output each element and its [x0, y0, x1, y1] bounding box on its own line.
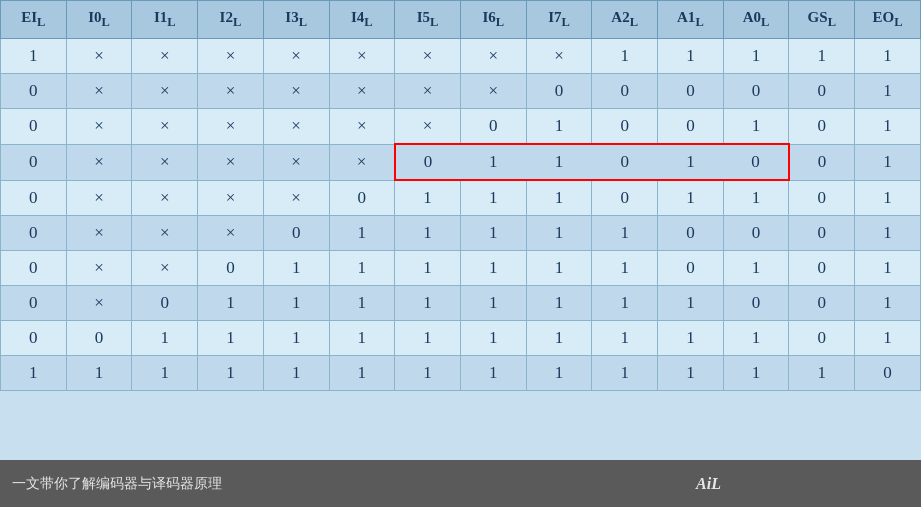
table-cell: 1 [263, 356, 329, 391]
table-cell: 1 [132, 356, 198, 391]
table-row: 0×××0111110001 [1, 216, 921, 251]
table-cell: 1 [329, 216, 395, 251]
col-header-0: EIL [1, 1, 67, 39]
table-cell: 0 [132, 286, 198, 321]
table-cell: 1 [329, 321, 395, 356]
table-cell: 1 [526, 251, 592, 286]
table-cell: 1 [855, 251, 921, 286]
table-cell: × [132, 180, 198, 216]
table-cell: × [395, 109, 461, 145]
table-cell: 0 [1, 144, 67, 180]
table-cell: 1 [198, 286, 264, 321]
col-header-9: A2L [592, 1, 658, 39]
table-cell: 1 [658, 39, 724, 74]
table-cell: × [198, 109, 264, 145]
table-cell: × [263, 180, 329, 216]
table-cell: 1 [855, 286, 921, 321]
table-cell: 1 [198, 321, 264, 356]
table-cell: 0 [789, 321, 855, 356]
table-cell: 1 [460, 251, 526, 286]
table-cell: 1 [723, 180, 789, 216]
table-cell: × [198, 180, 264, 216]
table-cell: 0 [789, 216, 855, 251]
col-header-10: A1L [658, 1, 724, 39]
table-cell: 1 [723, 109, 789, 145]
table-cell: 0 [658, 109, 724, 145]
table-cell: 0 [1, 251, 67, 286]
table-cell: 1 [855, 216, 921, 251]
table-cell: 1 [460, 144, 526, 180]
table-cell: × [329, 144, 395, 180]
table-cell: 1 [526, 216, 592, 251]
table-row: 0×××××01101001 [1, 144, 921, 180]
table-cell: × [263, 74, 329, 109]
truth-table-wrapper: EILI0LI1LI2LI3LI4LI5LI6LI7LA2LA1LA0LGSLE… [0, 0, 921, 460]
table-cell: 1 [395, 251, 461, 286]
table-cell: 1 [855, 321, 921, 356]
table-cell: 0 [592, 109, 658, 145]
col-header-2: I1L [132, 1, 198, 39]
bottom-bar-text: 一文带你了解编码器与译码器原理 [12, 475, 222, 493]
table-cell: 1 [460, 286, 526, 321]
table-cell: 0 [855, 356, 921, 391]
table-cell: 0 [263, 216, 329, 251]
table-cell: 1 [592, 39, 658, 74]
table-cell: 0 [329, 180, 395, 216]
table-cell: 1 [526, 321, 592, 356]
table-cell: × [198, 144, 264, 180]
table-row: 0××××××0100101 [1, 109, 921, 145]
table-cell: × [198, 74, 264, 109]
table-cell: 0 [723, 144, 789, 180]
table-cell: × [66, 180, 132, 216]
table-cell: × [395, 74, 461, 109]
table-cell: × [132, 216, 198, 251]
table-cell: × [198, 216, 264, 251]
table-cell: 1 [789, 39, 855, 74]
table-cell: 1 [526, 144, 592, 180]
table-cell: 0 [658, 251, 724, 286]
table-cell: 0 [789, 144, 855, 180]
col-header-1: I0L [66, 1, 132, 39]
table-cell: × [132, 251, 198, 286]
table-cell: 1 [329, 251, 395, 286]
table-cell: 1 [1, 356, 67, 391]
truth-table: EILI0LI1LI2LI3LI4LI5LI6LI7LA2LA1LA0LGSLE… [0, 0, 921, 391]
table-cell: × [66, 216, 132, 251]
table-cell: 0 [66, 321, 132, 356]
table-cell: × [66, 144, 132, 180]
table-cell: 0 [1, 109, 67, 145]
table-cell: 1 [263, 286, 329, 321]
table-cell: 1 [592, 216, 658, 251]
table-cell: 0 [789, 251, 855, 286]
col-header-7: I6L [460, 1, 526, 39]
table-cell: 1 [855, 109, 921, 145]
table-cell: 1 [132, 321, 198, 356]
table-cell: × [526, 39, 592, 74]
table-cell: × [66, 109, 132, 145]
table-cell: 0 [395, 144, 461, 180]
table-cell: 1 [723, 321, 789, 356]
table-cell: 1 [855, 74, 921, 109]
table-row: 1××××××××11111 [1, 39, 921, 74]
table-cell: 1 [460, 321, 526, 356]
table-cell: 1 [592, 251, 658, 286]
table-cell: 1 [198, 356, 264, 391]
table-cell: 1 [526, 109, 592, 145]
table-row: 00111111111101 [1, 321, 921, 356]
table-cell: × [198, 39, 264, 74]
table-cell: × [263, 109, 329, 145]
table-cell: 1 [526, 180, 592, 216]
table-cell: 1 [395, 216, 461, 251]
table-cell: 1 [658, 286, 724, 321]
table-cell: 1 [263, 321, 329, 356]
table-cell: × [132, 144, 198, 180]
table-cell: 0 [789, 286, 855, 321]
table-cell: 0 [789, 109, 855, 145]
table-row: 0××××011101101 [1, 180, 921, 216]
table-cell: 1 [723, 356, 789, 391]
table-cell: 0 [1, 321, 67, 356]
table-cell: 1 [855, 180, 921, 216]
bottom-bar: 一文带你了解编码器与译码器原理 AiL [0, 460, 921, 507]
table-cell: 0 [1, 180, 67, 216]
table-cell: × [66, 286, 132, 321]
